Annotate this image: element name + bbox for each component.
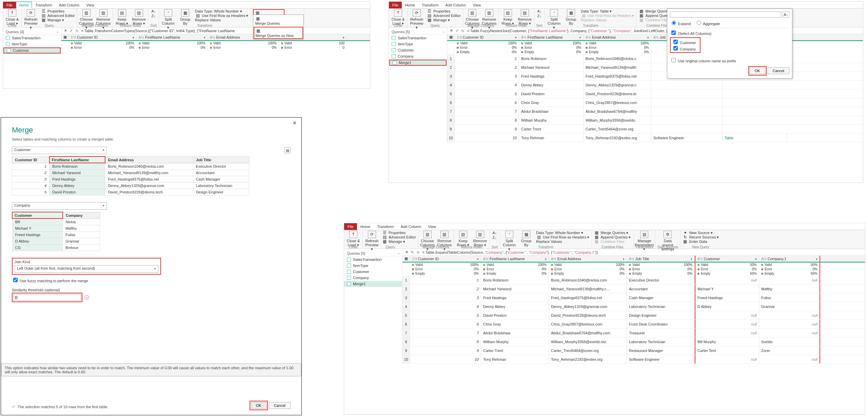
merge-queries-button[interactable]: ▦Merge Queries ▾ (594, 231, 631, 235)
enter-data-button[interactable]: ▦Enter Data (683, 239, 719, 244)
formula-text[interactable]: = Table.TransformColumnTypes(Source,{{"C… (81, 29, 235, 33)
col-hdr[interactable]: Company (63, 212, 100, 218)
row-header-corner[interactable]: ▦ (402, 256, 410, 262)
query-item[interactable]: SalesTransaction (3, 35, 61, 41)
expand-radio[interactable]: Expand (670, 22, 691, 26)
table-row[interactable]: 22Michael YarwoodMichael_Yarwood9139@maf… (402, 285, 865, 293)
tab-view[interactable]: View (425, 223, 439, 230)
merge-queries-as-new-item[interactable]: ▦ Merge Queries as New (254, 27, 303, 39)
sort-asc-button[interactable]: A↓ (537, 9, 541, 13)
manage-button[interactable]: ▦Manage ▾ (382, 239, 416, 244)
table-row[interactable]: 77Abdul BradshawAbdul_Bradshaw5764@mafth… (402, 329, 865, 337)
col-firstname-lastname[interactable]: Aᵇc FirstName LastName (519, 34, 584, 40)
group-by-button[interactable]: ▦Group By (178, 9, 192, 25)
split-col-button[interactable]: ⎖Split Column ▾ (547, 9, 561, 29)
col-hdr-selected[interactable]: Customer (12, 212, 63, 218)
col-hdr[interactable]: Customer ID (12, 157, 50, 163)
tab-file[interactable]: File (3, 2, 16, 8)
table-row[interactable]: 77Abdul BradshawAbdul_Bradshaw5764@mafth… (447, 107, 863, 116)
col-firstname-lastname[interactable]: Aᵇc FirstName LastName (137, 34, 208, 40)
aggregate-radio[interactable]: Aggregate (695, 22, 720, 26)
tab-addcolumn[interactable]: Add Column (397, 223, 425, 230)
check-icon[interactable]: ✓ (70, 28, 73, 33)
recent-sources-button[interactable]: ↻Recent Sources ▾ (683, 235, 719, 239)
chevron-left-icon[interactable]: ‹ (398, 251, 399, 255)
table-row[interactable]: 44Denny AbbeyDenny_Abbey1329@grannar.com… (402, 302, 865, 311)
formula-bar[interactable]: ✕ ✓ fx = Table.TransformColumnTypes(Sour… (61, 27, 370, 34)
split-col-button[interactable]: ⎖Split Column ▾ (161, 9, 175, 29)
tab-transform[interactable]: Transform (32, 2, 56, 8)
query-item[interactable]: Company (389, 53, 447, 59)
join-kind-dropdown[interactable]: Left Outer (all from first, matching fro… (15, 265, 158, 273)
query-item-customer[interactable]: Customer (3, 47, 61, 54)
formula-bar[interactable]: ✕ ✓ fx = Table.FuzzyNestedJoin(Customer,… (447, 27, 863, 34)
col-customer-expanded[interactable]: Aᵇc Customer (695, 256, 759, 262)
row-header-corner[interactable]: ▦ (61, 34, 69, 40)
table-row[interactable]: 66Chris GrayChris_Gray2857@bretoux.comFr… (402, 320, 865, 329)
keep-rows-button[interactable]: ▤Keep Rows ▾ (456, 231, 470, 247)
table-row[interactable]: 1010Tony RehmanTony_Rehman2192@extex.org… (402, 355, 865, 364)
tab-view[interactable]: View (469, 2, 484, 8)
check-icon[interactable]: ✓ (456, 28, 459, 33)
table-row[interactable]: 33Fred HastingsFred_Hastings8375@fuliss.… (447, 72, 863, 81)
table-row[interactable]: 33Fred HastingsFred_Hastings8375@fuliss.… (402, 293, 865, 302)
remove-rows-button[interactable]: ▤Remove Rows ▾ (518, 9, 532, 25)
tab-addcolumn[interactable]: Add Column (442, 2, 470, 8)
table-row[interactable]: 1010Tony RehmanTony_Rehman2192@extex.org… (447, 133, 863, 142)
col-hdr[interactable]: Job Title (193, 157, 249, 163)
append-queries-button[interactable]: ▦Append Queries ▾ (594, 235, 631, 239)
close-icon[interactable]: ✕ (450, 28, 453, 33)
sort-desc-button[interactable]: Z↓ (492, 235, 496, 239)
query-item[interactable]: SalesTransaction (344, 256, 402, 263)
secondary-table-dropdown[interactable]: Company (12, 202, 107, 210)
query-item[interactable]: ItemType (3, 41, 61, 47)
col-customer-id[interactable]: 1²3 Customer ID (455, 34, 519, 40)
col-email[interactable]: Aᵇc Email Address (549, 256, 627, 262)
table-row[interactable]: 88William MurphyWilliam_Murphy3358@sveld… (402, 337, 865, 346)
remove-rows-button[interactable]: ▤Remove Rows ▾ (132, 9, 146, 25)
ok-button[interactable]: OK (750, 67, 765, 74)
customer-checkbox[interactable]: Customer (672, 41, 696, 45)
col-firstname-lastname[interactable]: Aᵇc FirstName LastName (481, 256, 549, 262)
formula-text[interactable]: = Table.ExpandTableColumn(Source, "Compa… (422, 250, 598, 254)
first-row-headers-button[interactable]: ▤Use First Row as Headers ▾ (536, 235, 589, 239)
ok-button[interactable]: OK (251, 402, 267, 409)
refresh-button[interactable]: ⟳Refresh Preview ▾ (410, 9, 424, 29)
sort-asc-button[interactable]: A↓ (151, 9, 156, 13)
close-load-button[interactable]: ⤒Close & Load ▾ (346, 231, 360, 247)
tab-view[interactable]: View (83, 2, 98, 8)
replace-values-button[interactable]: Replace Values (536, 239, 589, 244)
col-customer-id[interactable]: 1²3 Customer ID (69, 34, 137, 40)
sort-asc-button[interactable]: A↓ (492, 231, 497, 235)
select-all-checkbox[interactable]: (Select All Columns) (670, 32, 711, 36)
table-row[interactable]: 55David PrestonDavid_Preston9226@deons.t… (447, 89, 863, 98)
tab-home[interactable]: Home (402, 2, 418, 8)
keep-rows-button[interactable]: ▤Keep Rows ▾ (501, 9, 515, 25)
table-row[interactable]: 22Michael YarwoodMichael_Yarwood9139@maf… (447, 63, 863, 72)
similarity-input[interactable] (13, 294, 81, 301)
query-item[interactable]: ItemType (389, 41, 447, 47)
sort-desc-button[interactable]: Z↓ (537, 14, 541, 18)
info-icon[interactable]: i (84, 295, 89, 300)
formula-bar[interactable]: ✕ ↖ fx = Table.ExpandTableColumn(Source,… (402, 249, 865, 256)
query-item[interactable]: Customer (389, 47, 447, 53)
sort-desc-button[interactable]: Z↓ (151, 14, 155, 18)
close-icon[interactable]: ✕ (64, 28, 67, 33)
query-item[interactable]: Customer (344, 269, 402, 275)
col-customer-id[interactable]: 1²3 Customer ID (410, 256, 481, 262)
col-jobtitle[interactable]: Aᵇc Job Title (627, 256, 695, 262)
query-item-merge1[interactable]: Merge1 (344, 281, 402, 287)
data-type-button[interactable]: Data Type: Table ▾ (581, 9, 634, 14)
query-item[interactable]: ItemType (344, 263, 402, 269)
tab-transform[interactable]: Transform (418, 2, 442, 8)
row-header-corner[interactable]: ▦ (447, 34, 455, 40)
close-icon[interactable]: ✕ (405, 250, 408, 254)
close-load-button[interactable]: ⤒Close & Load ▾ (5, 9, 19, 25)
close-load-button[interactable]: ⤒Close & Load ▾ (391, 9, 405, 25)
group-by-button[interactable]: ▦Group By (564, 9, 578, 25)
tab-home[interactable]: Home (357, 223, 374, 230)
replace-values-button[interactable]: Replace Values (195, 18, 248, 22)
chevron-left-icon[interactable]: ‹ (443, 30, 444, 34)
table-row[interactable]: 88William MurphyWilliam_Murphy3358@sveld… (447, 116, 863, 125)
data-type-button[interactable]: Data Type: Whole Number ▾ (195, 9, 248, 14)
